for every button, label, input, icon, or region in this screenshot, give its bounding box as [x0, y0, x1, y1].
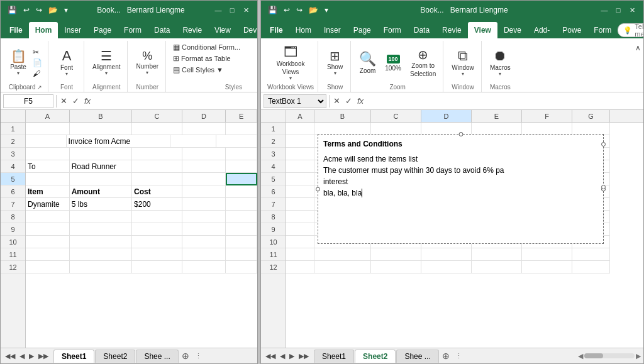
- right-first-sheet-arrow[interactable]: ◀◀: [264, 351, 277, 361]
- r-c1[interactable]: [371, 123, 421, 135]
- right-scrollbar-arrow-right[interactable]: ▶: [636, 352, 641, 360]
- cell-c3[interactable]: [132, 148, 182, 160]
- col-header-c[interactable]: C: [132, 110, 182, 122]
- textbox-overlay[interactable]: Terms and Conditions Acme will send the …: [318, 134, 604, 244]
- cell-e7[interactable]: [226, 198, 257, 211]
- right-row-5[interactable]: 5: [261, 173, 286, 185]
- tab-file-left[interactable]: File: [3, 22, 29, 38]
- row-header-12[interactable]: 12: [1, 261, 25, 273]
- paste-button[interactable]: 📋 Paste ▾: [7, 48, 30, 78]
- right-fx-icon[interactable]: fx: [356, 95, 365, 107]
- right-row-10[interactable]: 10: [261, 236, 286, 248]
- row-header-3[interactable]: 3: [1, 148, 25, 160]
- cell-d10[interactable]: [182, 236, 226, 248]
- sheet-tab-sheet2-right[interactable]: Sheet2: [355, 350, 396, 363]
- cell-c1[interactable]: [132, 123, 182, 135]
- cell-b8[interactable]: [70, 211, 132, 223]
- r-a4[interactable]: [286, 160, 314, 173]
- textbox-handle-bottom-right[interactable]: [601, 185, 606, 189]
- cell-d5[interactable]: [182, 173, 226, 185]
- r-a7[interactable]: [286, 198, 314, 211]
- right-tab-insert[interactable]: Inser: [318, 22, 347, 38]
- cell-b2[interactable]: Invoice from Acme: [67, 135, 170, 148]
- right-tab-view[interactable]: View: [468, 22, 497, 38]
- right-close-button[interactable]: ✕: [626, 4, 638, 16]
- right-confirm-formula-icon[interactable]: ✓: [344, 95, 353, 107]
- row-header-11[interactable]: 11: [1, 248, 25, 261]
- r-a10[interactable]: [286, 236, 314, 248]
- cell-c10[interactable]: [132, 236, 182, 248]
- right-tab-file[interactable]: File: [264, 22, 289, 38]
- right-row-1[interactable]: 1: [261, 123, 286, 135]
- cut-button[interactable]: ✂: [31, 47, 44, 57]
- r-b12[interactable]: [314, 261, 371, 273]
- tab-data-left[interactable]: Data: [148, 22, 176, 38]
- tab-dev-left[interactable]: Deve: [237, 22, 258, 38]
- cell-a12[interactable]: [26, 261, 70, 273]
- close-button[interactable]: ✕: [240, 4, 252, 16]
- right-col-header-g[interactable]: G: [572, 110, 610, 122]
- right-tab-add[interactable]: Add-: [528, 22, 556, 38]
- right-tab-dev[interactable]: Deve: [497, 22, 528, 38]
- r-g1[interactable]: [572, 123, 610, 135]
- zoom-selection-button[interactable]: ⊕ Zoom to Selection: [407, 47, 439, 79]
- cell-a10[interactable]: [26, 236, 70, 248]
- r-a11[interactable]: [286, 248, 314, 261]
- cell-d9[interactable]: [182, 223, 226, 236]
- right-tab-home[interactable]: Hom: [289, 22, 318, 38]
- right-save-icon[interactable]: 💾: [266, 4, 279, 16]
- r-d1[interactable]: [421, 123, 472, 135]
- cell-a11[interactable]: [26, 248, 70, 261]
- cell-d3[interactable]: [182, 148, 226, 160]
- cell-d12[interactable]: [182, 261, 226, 273]
- right-row-8[interactable]: 8: [261, 211, 286, 223]
- right-undo-icon[interactable]: ↩: [282, 4, 292, 16]
- row-header-8[interactable]: 8: [1, 211, 25, 223]
- tab-page-left[interactable]: Page: [87, 22, 118, 38]
- format-as-table-button[interactable]: ⊞ Format as Table: [171, 53, 233, 63]
- row-header-7[interactable]: 7: [1, 198, 25, 211]
- cell-a3[interactable]: [26, 148, 70, 160]
- left-formula-input[interactable]: [94, 97, 255, 106]
- cell-c9[interactable]: [132, 223, 182, 236]
- cell-b7[interactable]: 5 lbs: [70, 198, 132, 211]
- confirm-formula-icon[interactable]: ✓: [71, 95, 80, 107]
- right-more-icon[interactable]: ▾: [323, 4, 330, 16]
- right-col-header-e[interactable]: E: [472, 110, 522, 122]
- cancel-formula-icon[interactable]: ✕: [59, 95, 69, 107]
- r-d11[interactable]: [421, 248, 472, 261]
- right-scrollbar-thumb[interactable]: [584, 353, 603, 358]
- r-a8[interactable]: [286, 211, 314, 223]
- r-e11[interactable]: [472, 248, 522, 261]
- col-header-b[interactable]: B: [70, 110, 132, 122]
- format-painter-button[interactable]: 🖌: [31, 69, 44, 79]
- r-c11[interactable]: [371, 248, 421, 261]
- right-col-header-b[interactable]: B: [314, 110, 371, 122]
- right-name-box[interactable]: TextBox 1: [264, 94, 326, 108]
- right-maximize-button[interactable]: □: [612, 4, 625, 16]
- cell-e1[interactable]: [226, 123, 257, 135]
- next-sheet-arrow[interactable]: ▶: [27, 351, 36, 361]
- r-a3[interactable]: [286, 148, 314, 160]
- copy-button[interactable]: 📄: [31, 58, 44, 68]
- row-header-9[interactable]: 9: [1, 223, 25, 236]
- right-col-header-f[interactable]: F: [522, 110, 572, 122]
- cell-d4[interactable]: [182, 160, 226, 173]
- cell-d1[interactable]: [182, 123, 226, 135]
- conditional-formatting-button[interactable]: ▦ Conditional Form...: [171, 42, 242, 52]
- cell-c8[interactable]: [132, 211, 182, 223]
- macros-button[interactable]: ⏺ Macros ▾: [487, 47, 514, 79]
- r-e12[interactable]: [472, 261, 522, 273]
- left-name-box[interactable]: [3, 94, 53, 108]
- cell-b4[interactable]: Road Runner: [70, 160, 132, 173]
- sheet-tab-sheet3-left[interactable]: Shee ...: [136, 350, 178, 363]
- cell-b5[interactable]: [70, 173, 132, 185]
- right-row-2[interactable]: 2: [261, 135, 286, 148]
- r-c12[interactable]: [371, 261, 421, 273]
- cell-c12[interactable]: [132, 261, 182, 273]
- cell-e8[interactable]: [226, 211, 257, 223]
- cell-c6[interactable]: Cost: [132, 185, 182, 198]
- r-d12[interactable]: [421, 261, 472, 273]
- redo-icon[interactable]: ↪: [34, 4, 44, 16]
- show-button[interactable]: ⊞ Show ▾: [324, 48, 347, 78]
